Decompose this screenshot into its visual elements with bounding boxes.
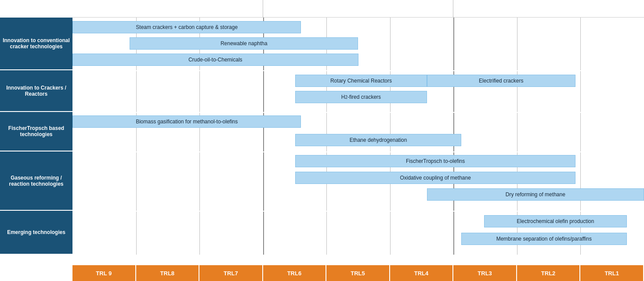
v-line-2	[199, 18, 200, 255]
bar-11: Electrochemical olefin production	[484, 215, 627, 227]
h-line-4	[72, 211, 644, 212]
trl-cell-2: TRL7	[199, 265, 263, 281]
trl-row: TRL 9TRL8TRL7TRL6TRL5TRL4TRL3TRL2TRL1	[72, 265, 644, 281]
grid-area: Steam crackers + carbon capture & storag…	[72, 18, 644, 255]
bar-5: H2-fired crackers	[295, 91, 427, 103]
v-line-3	[263, 18, 264, 255]
near-term-header	[72, 0, 263, 18]
h-line-1	[72, 70, 644, 71]
bar-10: Dry reforming of methane	[427, 188, 644, 201]
labels-column: Innovation to conventional cracker techn…	[0, 18, 72, 265]
v-line-1	[136, 18, 137, 255]
main-area: Innovation to conventional cracker techn…	[0, 18, 644, 265]
header-row	[72, 0, 644, 18]
label-cell-0: Innovation to conventional cracker techn…	[0, 18, 72, 70]
trl-cell-5: TRL4	[390, 265, 454, 281]
bar-2: Crude-oil-to-Chemicals	[72, 54, 358, 66]
label-cell-4: Emerging technologies	[0, 211, 72, 255]
bar-1: Renewable naphtha	[130, 37, 358, 50]
label-cell-2: FischerTropsch based technologies	[0, 112, 72, 151]
long-term-header	[453, 0, 644, 18]
bar-8: FischerTropsch to-olefins	[295, 155, 575, 167]
label-cell-3: Gaseous reforming / reaction technologie…	[0, 151, 72, 211]
bar-4: Electrified crackers	[427, 75, 575, 87]
bar-9: Oxidative coupling of methane	[295, 172, 575, 184]
trl-cell-7: TRL2	[517, 265, 581, 281]
trl-cell-1: TRL8	[136, 265, 200, 281]
h-line-2	[72, 112, 644, 113]
trl-cell-4: TRL5	[326, 265, 390, 281]
bar-6: Biomass gasification for methanol-to-ole…	[72, 115, 301, 128]
trl-cell-0: TRL 9	[72, 265, 136, 281]
trl-cell-6: TRL3	[453, 265, 517, 281]
trl-cell-8: TRL1	[580, 265, 644, 281]
h-line-3	[72, 151, 644, 152]
bar-7: Ethane dehydrogenation	[295, 134, 461, 146]
medium-term-header	[263, 0, 454, 18]
bar-0: Steam crackers + carbon capture & storag…	[72, 21, 301, 33]
bar-3: Rotary Chemical Reactors	[295, 75, 427, 87]
label-cell-1: Innovation to Crackers / Reactors	[0, 70, 72, 112]
chart-container: Innovation to conventional cracker techn…	[0, 0, 644, 281]
bar-12: Membrane separation of olefins/paraffins	[461, 233, 627, 245]
trl-cell-3: TRL6	[263, 265, 327, 281]
